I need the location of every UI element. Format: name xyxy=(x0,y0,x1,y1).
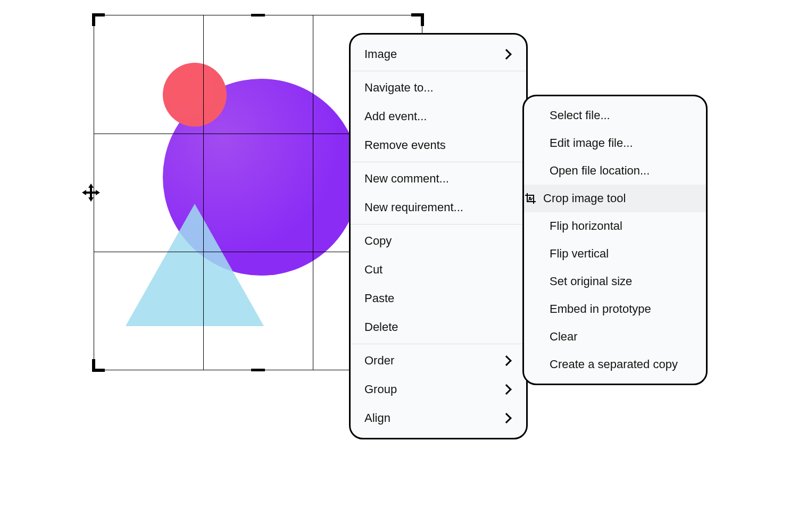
submenu-item-flip-vertical[interactable]: Flip vertical xyxy=(524,240,706,268)
menu-item-label: New requirement... xyxy=(364,201,512,214)
menu-item-label: Flip vertical xyxy=(550,247,692,261)
crop-handle-bottom[interactable] xyxy=(251,369,265,371)
submenu-item-create-separated-copy[interactable]: Create a separated copy xyxy=(524,351,706,378)
menu-item-label: Order xyxy=(364,354,503,368)
move-cursor-icon xyxy=(82,184,100,202)
crop-handle-top-right[interactable] xyxy=(411,13,424,26)
menu-item-add-event[interactable]: Add event... xyxy=(351,102,526,131)
menu-item-group[interactable]: Group xyxy=(351,375,526,404)
menu-item-label: Image xyxy=(364,47,503,61)
menu-item-label: Align xyxy=(364,411,503,425)
chevron-right-icon xyxy=(501,49,512,60)
menu-item-label: Paste xyxy=(364,292,512,305)
crop-handle-bottom-left[interactable] xyxy=(92,359,105,372)
chevron-right-icon xyxy=(501,413,512,423)
image-shape-blue-triangle xyxy=(126,204,264,326)
menu-item-label: Delete xyxy=(364,320,512,334)
menu-item-label: New comment... xyxy=(364,172,512,186)
image-submenu[interactable]: Select file... Edit image file... Open f… xyxy=(522,95,708,385)
menu-item-label: Navigate to... xyxy=(364,81,512,95)
menu-item-image[interactable]: Image xyxy=(351,40,526,69)
crop-grid-line xyxy=(313,15,313,370)
menu-item-label: Set original size xyxy=(550,275,692,288)
menu-item-label: Cut xyxy=(364,263,512,277)
crop-grid-line xyxy=(203,15,204,370)
menu-item-label: Add event... xyxy=(364,110,512,123)
menu-item-label: Clear xyxy=(550,330,692,344)
image-shape-pink-circle xyxy=(163,63,227,127)
submenu-item-open-file-location[interactable]: Open file location... xyxy=(524,157,706,185)
menu-item-cut[interactable]: Cut xyxy=(351,255,526,284)
menu-item-order[interactable]: Order xyxy=(351,346,526,375)
submenu-item-embed-in-prototype[interactable]: Embed in prototype xyxy=(524,295,706,323)
menu-item-remove-events[interactable]: Remove events xyxy=(351,131,526,160)
menu-item-label: Group xyxy=(364,383,503,396)
menu-item-label: Embed in prototype xyxy=(550,302,692,316)
submenu-item-set-original-size[interactable]: Set original size xyxy=(524,268,706,295)
menu-item-delete[interactable]: Delete xyxy=(351,313,526,342)
menu-item-label: Open file location... xyxy=(550,164,692,178)
menu-item-paste[interactable]: Paste xyxy=(351,284,526,313)
menu-separator xyxy=(351,224,526,225)
svg-marker-0 xyxy=(82,184,100,202)
crop-handle-top-left[interactable] xyxy=(92,13,105,26)
menu-item-align[interactable]: Align xyxy=(351,404,526,433)
chevron-right-icon xyxy=(501,384,512,395)
crop-image-icon xyxy=(524,192,537,205)
menu-item-copy[interactable]: Copy xyxy=(351,227,526,255)
submenu-item-edit-image-file[interactable]: Edit image file... xyxy=(524,129,706,157)
menu-item-navigate-to[interactable]: Navigate to... xyxy=(351,73,526,102)
chevron-right-icon xyxy=(501,355,512,366)
context-menu[interactable]: Image Navigate to... Add event... Remove… xyxy=(349,33,528,439)
menu-item-label: Edit image file... xyxy=(550,136,692,150)
menu-item-label: Crop image tool xyxy=(543,192,692,205)
menu-item-new-requirement[interactable]: New requirement... xyxy=(351,193,526,222)
menu-item-label: Copy xyxy=(364,234,512,248)
menu-separator xyxy=(351,162,526,162)
menu-item-label: Select file... xyxy=(550,109,692,122)
crop-handle-top[interactable] xyxy=(251,14,265,16)
submenu-item-flip-horizontal[interactable]: Flip horizontal xyxy=(524,212,706,240)
menu-item-label: Remove events xyxy=(364,138,512,152)
menu-item-label: Flip horizontal xyxy=(550,219,692,233)
menu-item-new-comment[interactable]: New comment... xyxy=(351,164,526,193)
submenu-item-clear[interactable]: Clear xyxy=(524,323,706,351)
menu-item-label: Create a separated copy xyxy=(550,358,692,371)
menu-separator xyxy=(351,344,526,344)
submenu-item-select-file[interactable]: Select file... xyxy=(524,102,706,129)
menu-separator xyxy=(351,71,526,71)
submenu-item-crop-image-tool[interactable]: Crop image tool xyxy=(524,185,706,212)
